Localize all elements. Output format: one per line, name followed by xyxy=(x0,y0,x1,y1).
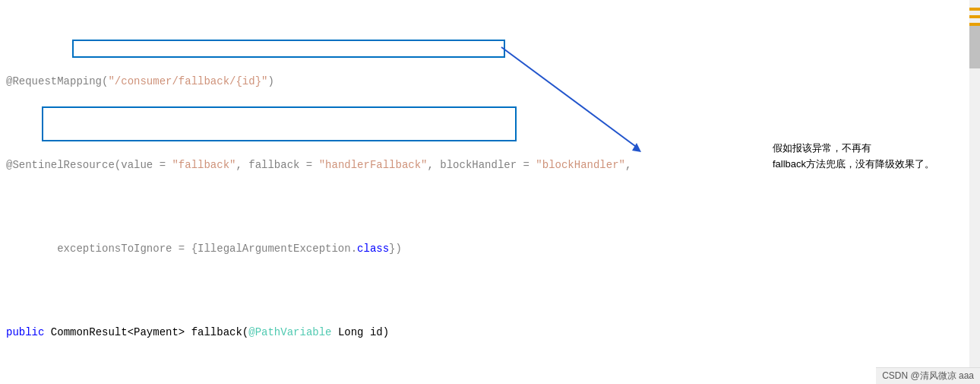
annotation-line1: 假如报该异常，不再有 xyxy=(773,142,871,154)
code-line-1: @RequestMapping("/consumer/fallback/{id}… xyxy=(0,73,980,90)
annotation-decorator: @RequestMapping( xyxy=(6,73,108,90)
scroll-marker-2 xyxy=(969,15,980,18)
annotation-callout: 假如报该异常，不再有 fallback方法兜底，没有降级效果了。 xyxy=(773,141,934,173)
scroll-marker-3 xyxy=(969,23,980,26)
scrollbar[interactable] xyxy=(969,0,980,384)
code-line-3: exceptionsToIgnore = {IllegalArgumentExc… xyxy=(0,240,980,257)
annotation-line2: fallback方法兜底，没有降级效果了。 xyxy=(773,158,934,170)
code-editor: @RequestMapping("/consumer/fallback/{id}… xyxy=(0,0,980,384)
code-line-4: public CommonResult<Payment> fallback(@P… xyxy=(0,324,980,341)
scrollbar-thumb[interactable] xyxy=(969,23,980,68)
scroll-marker-1 xyxy=(969,8,980,11)
code-block: @RequestMapping("/consumer/fallback/{id}… xyxy=(0,0,980,384)
bottom-label: CSDN @清风微凉 aaa xyxy=(882,370,974,381)
bottom-bar: CSDN @清风微凉 aaa xyxy=(876,367,980,384)
